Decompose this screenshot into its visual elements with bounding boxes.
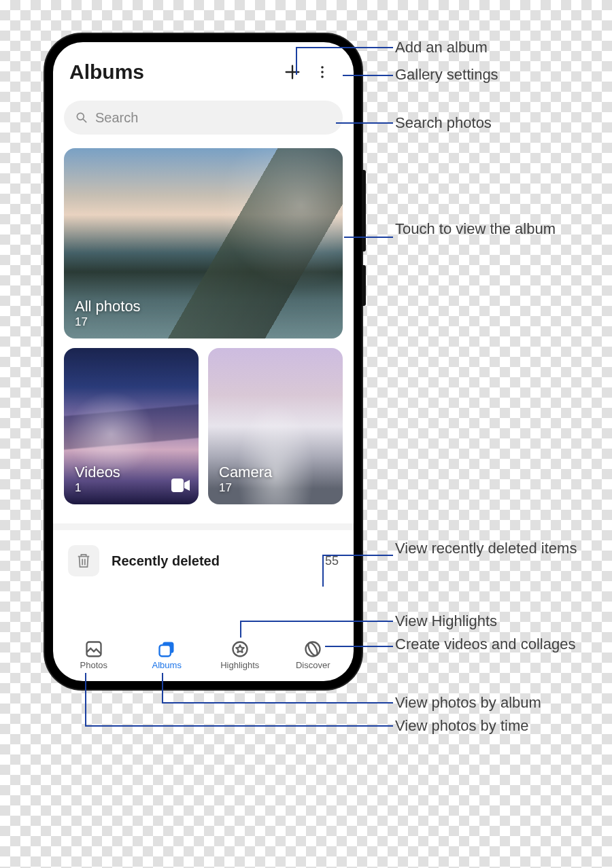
tab-discover[interactable]: Discover — [285, 640, 341, 670]
album-videos[interactable]: Videos 1 — [64, 348, 199, 504]
recently-deleted-count: 55 — [325, 554, 339, 568]
album-all-photos[interactable]: All photos 17 — [64, 148, 343, 338]
tab-highlights[interactable]: Highlights — [212, 640, 268, 670]
page-title: Albums — [69, 60, 277, 84]
discover-icon — [303, 640, 322, 659]
annotation-by-album: View photos by album — [395, 693, 541, 713]
annotation-gallery-settings: Gallery settings — [395, 65, 498, 85]
tab-label: Highlights — [220, 660, 259, 670]
svg-point-11 — [233, 642, 247, 657]
album-list: All photos 17 Videos 1 Camer — [53, 148, 354, 636]
album-count: 17 — [75, 315, 332, 329]
annotation-add-album: Add an album — [395, 38, 488, 58]
svg-rect-5 — [171, 479, 184, 492]
add-album-button[interactable] — [277, 57, 307, 87]
recently-deleted-label: Recently deleted — [112, 553, 325, 569]
annotation-create-collage: Create videos and collages — [395, 635, 575, 655]
annotation-view-highlights: View Highlights — [395, 612, 497, 631]
svg-line-4 — [84, 120, 86, 122]
phone-frame: Albums Search All photos 17 — [45, 34, 362, 689]
screen: Albums Search All photos 17 — [53, 42, 354, 681]
tab-photos[interactable]: Photos — [66, 640, 122, 670]
more-vertical-icon — [314, 64, 330, 80]
search-icon — [75, 111, 88, 124]
annotation-search-photos: Search photos — [395, 114, 492, 133]
svg-point-0 — [321, 66, 324, 69]
trash-icon — [76, 553, 91, 569]
search-input[interactable]: Search — [64, 101, 343, 135]
svg-point-2 — [321, 75, 324, 78]
annotation-by-time: View photos by time — [395, 716, 528, 736]
annotation-touch-album: Touch to view the album — [395, 220, 556, 239]
album-count: 17 — [219, 481, 332, 495]
highlights-icon — [231, 640, 250, 659]
tab-label: Discover — [296, 660, 330, 670]
tab-label: Albums — [152, 660, 182, 670]
video-icon — [171, 479, 190, 495]
tab-albums[interactable]: Albums — [139, 640, 194, 670]
bottom-nav: Photos Albums Highlights Discover — [53, 636, 354, 681]
album-title: Camera — [219, 464, 332, 481]
app-header: Albums — [53, 42, 354, 92]
albums-icon — [157, 640, 176, 659]
annotation-view-deleted: View recently deleted items — [395, 539, 577, 559]
recently-deleted-row[interactable]: Recently deleted 55 — [64, 530, 343, 590]
plus-icon — [283, 63, 302, 82]
volume-rocker — [362, 170, 366, 251]
trash-icon-container — [68, 545, 99, 576]
power-button — [362, 265, 366, 306]
svg-point-3 — [77, 113, 84, 120]
gallery-settings-button[interactable] — [307, 57, 337, 87]
album-title: All photos — [75, 298, 332, 315]
section-divider — [53, 523, 354, 530]
tab-label: Photos — [80, 660, 107, 670]
search-placeholder: Search — [95, 110, 138, 126]
photos-icon — [84, 640, 103, 659]
svg-rect-10 — [160, 645, 171, 656]
album-camera[interactable]: Camera 17 — [208, 348, 343, 504]
svg-point-1 — [321, 71, 324, 73]
